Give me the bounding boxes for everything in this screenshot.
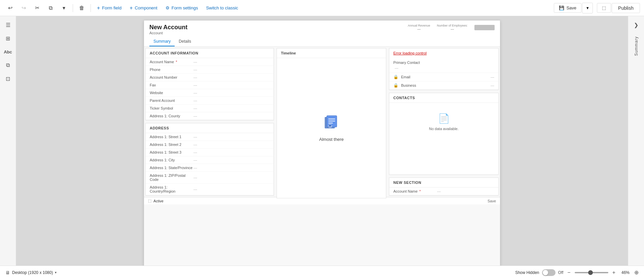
field-phone-label: Phone (150, 68, 193, 72)
street2-label: Address 1: Street 2 (150, 143, 193, 147)
desktop-dropdown-arrow[interactable]: ▾ (55, 271, 57, 274)
field-country: Address 1: Country/Region --- (146, 184, 274, 195)
email-label: Email (401, 75, 410, 79)
form-settings-button[interactable]: ⚙ Form settings (162, 3, 202, 12)
canvas-area: New Account Account Annual Revenue --- N… (16, 16, 628, 279)
switch-classic-label: Switch to classic (206, 5, 238, 10)
fullscreen-icon[interactable]: ⊕ (634, 269, 639, 276)
address-header: ADDRESS (146, 123, 274, 133)
street3-value: --- (193, 150, 270, 154)
component-button[interactable]: + Component (126, 3, 161, 13)
status-save-label: Save (488, 199, 496, 203)
desktop-icon: 🖥 (5, 270, 10, 275)
save-label: Save (566, 5, 576, 10)
right-col: Error loading control Primary Contact --… (388, 47, 500, 197)
form-field-button[interactable]: + Form field (94, 3, 125, 13)
meta-employees-label: Number of Employees: (437, 24, 468, 27)
account-info-section: ACCOUNT INFORMATION Account Name * --- P… (144, 47, 275, 122)
primary-contact-block: Primary Contact --- (389, 58, 498, 73)
publish-button[interactable]: Publish (612, 3, 640, 13)
bottom-bar: 🖥 Desktop (1920 x 1080) ▾ Show Hidden Of… (0, 266, 644, 279)
zoom-minus-button[interactable]: − (566, 270, 572, 276)
req-star-2: * (418, 189, 421, 193)
copy-button[interactable]: ⧉ (44, 2, 57, 14)
sidebar-layers-icon[interactable]: ⊡ (2, 73, 14, 85)
show-hidden-label: Show Hidden (515, 270, 539, 275)
toggle-thumb (543, 270, 548, 275)
save-dropdown-button[interactable]: ▾ (582, 3, 593, 13)
field-parent-label: Parent Account (150, 98, 193, 103)
address-section-col: ADDRESS Address 1: Street 1 --- Address … (144, 122, 275, 197)
primary-contact-label: Primary Contact (393, 61, 494, 65)
status-icon: ⬚ (148, 199, 151, 203)
business-value: --- (491, 83, 494, 87)
account-info-header: ACCOUNT INFORMATION (146, 48, 274, 58)
zoom-slider[interactable] (575, 272, 608, 273)
bottom-bar-right: Show Hidden Off − + 46% ⊕ (515, 269, 639, 276)
field-parent-value: --- (193, 98, 270, 103)
undo-button[interactable]: ↩ (4, 2, 16, 14)
zip-value: --- (193, 175, 270, 180)
form-tabs: Summary Details (149, 37, 495, 46)
component-label: Component (135, 5, 157, 10)
publish-form-icon: ⬚ (602, 5, 606, 10)
new-section: New Section Account Name * --- (389, 177, 499, 196)
email-value: --- (491, 75, 494, 79)
zip-label: Address 1: ZIP/Postal Code (150, 173, 193, 182)
status-active-label: Active (153, 199, 164, 203)
cut-button[interactable]: ✂ (31, 2, 43, 14)
field-website-label: Website (150, 91, 193, 95)
right-panel-close-button[interactable]: ❯ (630, 19, 642, 31)
field-phone-value: --- (193, 68, 270, 72)
main-toolbar: ↩ ↪ ✂ ⧉ ▾ 🗑 + Form field + Component ⚙ F… (0, 0, 644, 16)
main-layout: ☰ ⊞ Abc ⧉ ⊡ New Account Account Annual R… (0, 16, 644, 279)
timeline-body: ••• Almost there (277, 58, 386, 198)
sidebar-copy-icon[interactable]: ⧉ (2, 59, 14, 71)
delete-button[interactable]: 🗑 (76, 2, 88, 14)
timeline-icon: ••• (323, 114, 339, 133)
sidebar-text-icon[interactable]: Abc (2, 46, 14, 58)
field-street3: Address 1: Street 3 --- (146, 149, 274, 156)
publish-icon-button[interactable]: ⬚ (597, 3, 611, 13)
new-section-header: New Section (389, 178, 498, 188)
contacts-section: CONTACTS 📄 No data available. (389, 93, 499, 175)
lock-icon-email: 🔒 (393, 75, 398, 79)
error-link[interactable]: Error loading control (389, 48, 498, 58)
field-fax: Fax --- (146, 81, 274, 89)
sidebar-grid-icon[interactable]: ⊞ (2, 32, 14, 44)
field-ticker-label: Ticker Symbol (150, 106, 193, 110)
zoom-plus-button[interactable]: + (611, 270, 617, 276)
timeline-col: Timeline ••• (275, 47, 388, 197)
field-account-name: Account Name * --- (146, 58, 274, 66)
switch-classic-button[interactable]: Switch to classic (203, 3, 241, 12)
field-county-label: Address 1: County (150, 114, 193, 118)
redo-button[interactable]: ↪ (17, 2, 30, 14)
no-data-icon: 📄 (438, 113, 450, 124)
save-button[interactable]: 💾 Save (554, 3, 581, 13)
city-value: --- (193, 158, 270, 162)
business-label: Business (401, 83, 416, 87)
account-info-section-inner: ACCOUNT INFORMATION Account Name * --- P… (145, 48, 274, 120)
field-parent-account: Parent Account --- (146, 97, 274, 105)
field-fax-value: --- (193, 83, 270, 87)
country-value: --- (193, 187, 270, 191)
toggle-off-label: Off (558, 270, 564, 275)
tab-details[interactable]: Details (175, 37, 195, 46)
sidebar-menu-icon[interactable]: ☰ (2, 19, 14, 31)
field-account-name-label: Account Name * (150, 60, 193, 64)
field-street2: Address 1: Street 2 --- (146, 141, 274, 149)
timeline-text: Almost there (319, 137, 344, 142)
save-icon: 💾 (559, 5, 564, 10)
form-field-label: Form field (102, 5, 121, 10)
right-panel: ❯ Summary (628, 16, 644, 279)
field-fax-label: Fax (150, 83, 193, 87)
form-canvas: New Account Account Annual Revenue --- N… (144, 20, 500, 275)
new-section-acct-value: --- (437, 189, 494, 193)
street1-label: Address 1: Street 1 (150, 135, 193, 139)
field-zip: Address 1: ZIP/Postal Code --- (146, 172, 274, 184)
show-hidden-toggle[interactable] (542, 269, 556, 276)
meta-revenue-value: --- (408, 27, 430, 31)
tab-summary[interactable]: Summary (149, 37, 175, 46)
field-phone: Phone --- (146, 66, 274, 74)
dropdown-button[interactable]: ▾ (58, 2, 70, 14)
